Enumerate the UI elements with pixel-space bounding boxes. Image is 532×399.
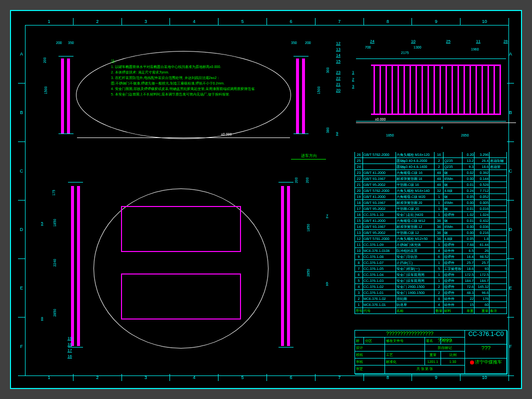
sub-name: ??? [465, 344, 508, 358]
bom-row: 2MC6-376.1-02滑轮圈8铸件件22176 [355, 296, 507, 302]
ruler-cell: 1 [25, 18, 74, 25]
bom-row: 20GB/T 5782-2000六角头螺栓 M16×140324.6级0.247… [355, 188, 507, 194]
bom-row: 1MC6-376.1-01轨道座4铸件件1560 [355, 302, 507, 308]
ruler-left: ABCDEF [18, 25, 25, 376]
bom-row: 13GB/T 95-2002平垫圈-C级 1236钢0.000.216 [355, 230, 507, 236]
ruler-cell: C [18, 142, 25, 200]
logo-icon [470, 360, 474, 364]
bom-row: 14GB/T 93-1987标准弹簧垫圈 123665Mn0.000.036 [355, 224, 507, 230]
bom-row: 16CC-376.1-10安全门走轮├M201组焊件1.021.024 [355, 212, 507, 218]
drawing-name: ????????????????? [355, 330, 465, 338]
bom-table: 26GB/T 5782-2000六角头螺栓 M16×120160.203.296… [354, 152, 507, 314]
bom-row: 23GB/T 41-2000六角螺母-C级 1648钢0.020.392 [355, 170, 507, 176]
ruler-cell: F [18, 318, 25, 376]
ruler-cell: 6 [267, 18, 316, 25]
ruler-cell: D [18, 200, 25, 259]
plan-view: 175 1850 2240 2850 1850 2850 200 200 [46, 166, 326, 351]
ruler-cell: 2 [74, 18, 122, 25]
drawing-number: CC-376.1-C0 [465, 330, 508, 344]
ruler-cell: B [18, 84, 25, 142]
bom-row: 5CC-376.1-03安全门设车前用闸1组焊件184.7184.7 [355, 278, 507, 284]
datum-label: ±0.000 [221, 132, 232, 136]
bom-row: 21GB/T 95-2002平垫圈-C级 1648钢0.010.528 [355, 182, 507, 188]
bom-row: 24圆钢φ3 40·4.8-14002Q2359.318.6底场管 [355, 164, 507, 170]
elevation-view-2: 700 1300 2175 1960 1850 2850 4 ±0.000 [351, 44, 516, 141]
company-name: 济宁中煤推车 [465, 358, 508, 374]
bom-row: 22GB/T 93-1987标准弹簧垫圈 164865Mn0.000.144 [355, 176, 507, 182]
ruler-cell: A [18, 25, 25, 84]
bom-row: 3CC-376.1-01安全门 1900-15002组焊件48.396.6 [355, 290, 507, 296]
bom-row: 18GB/T 93-1987标准弹簧垫圈 20165Mn0.000.005 [355, 200, 507, 206]
bom-row: 17GB/T 95-2002平垫圈-C级 201钢0.010.016 [355, 206, 507, 212]
bom-row: 4CC-376.1-02安全门 2900-15002组焊件72.6145.32 [355, 284, 507, 290]
cad-frame: 12345678910 12345678910 ABCDEF ABCDEF 20… [10, 10, 522, 389]
bom-row: 9CC-376.1-08安全门导轨垫6组焊件16.498.52 [355, 254, 507, 260]
ruler-cell: 4 [170, 18, 218, 25]
bom-row: 26GB/T 5782-2000六角头螺栓 M16×120160.203.296 [355, 152, 507, 158]
notes-block: 注: 1. 以罐车椭圆筒体水平对应椭圆台装地中心线找基准为原地标高±0.000.… [111, 58, 301, 97]
ruler-cell: 9 [412, 18, 460, 25]
bom-header-row: 序号 代号 名称 数量 材料 单重 重量 备注 [355, 308, 507, 314]
bom-row: 15GB/T 41-2000六角螺母-C级 M1236钢0.010.432 [355, 218, 507, 224]
ruler-top: 12345678910 [25, 18, 509, 25]
bom-row: 8CC-376.1-07止挡块(三)1组焊件25.725.7 [355, 260, 507, 266]
bom-row: 19GB/T 41-2000六角螺母-C级 M201钢0.050.052 [355, 194, 507, 200]
bom-row: 12GB/T 5781-2000六角头螺栓 M12×50364.8级0.051.… [355, 236, 507, 242]
direction-label: 进车方向 [301, 153, 317, 158]
ruler-cell: 8 [364, 18, 412, 25]
notes-title: 注: [111, 58, 301, 64]
title-block: ????????????????? CC-376.1-C0 标记 分区 修改文件… [354, 330, 507, 374]
bom-row: 7CC-376.1-05安全门框架(一)5工字俯楚板件18.693 [355, 266, 507, 272]
ruler-cell: 3 [122, 18, 170, 25]
bom-row: 11CC-376.1-09不锈钢门体完体1组焊件7.6861.44 [355, 242, 507, 248]
bom-row: 25圆钢φ3 40·4.8-20002Q23513.226.4底场制敏 [355, 158, 507, 164]
ruler-cell: 7 [316, 18, 364, 25]
ruler-cell: 5 [218, 18, 267, 25]
direction-arrow [291, 159, 326, 160]
ruler-cell: E [18, 259, 25, 318]
bom-row: 10MC6-376.1-0106防冲程的装置4铸件件6.526 [355, 248, 507, 254]
bom-row: 6CC-376.1-04安全门设车前用闸1组焊件172.5172.5 [355, 272, 507, 278]
ruler-cell: 10 [460, 18, 509, 25]
